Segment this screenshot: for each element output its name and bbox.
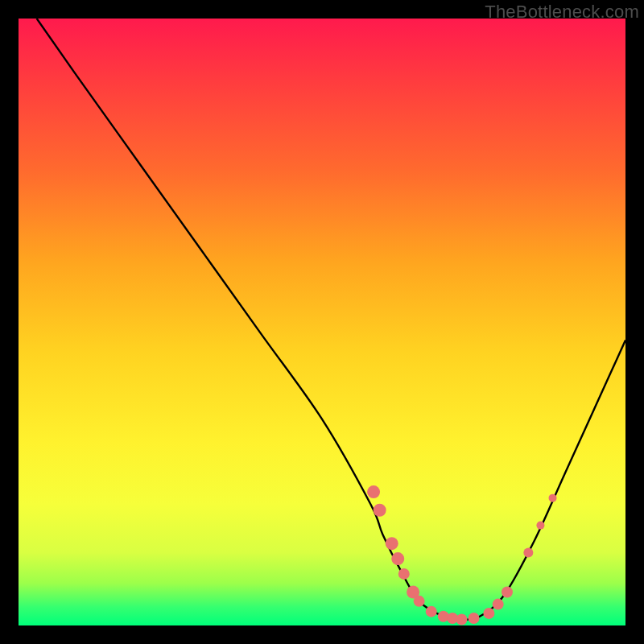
curve-marker — [426, 606, 437, 617]
curve-marker — [391, 552, 404, 565]
curve-marker — [398, 568, 410, 580]
curve-marker — [374, 504, 386, 517]
curve-marker — [456, 613, 467, 625]
curve-marker — [523, 548, 533, 558]
bottleneck-curve-path — [37, 19, 625, 620]
curve-marker — [386, 537, 398, 550]
curve-marker — [469, 613, 480, 624]
curve-marker — [367, 485, 380, 498]
bottleneck-curve-svg — [19, 19, 625, 625]
curve-marker — [536, 522, 544, 530]
chart-plot-area — [19, 19, 625, 625]
watermark-text: TheBottleneck.com — [485, 2, 639, 23]
curve-marker — [493, 599, 504, 610]
curve-markers — [367, 485, 556, 625]
curve-marker — [549, 494, 557, 502]
curve-marker — [414, 596, 425, 607]
curve-marker — [483, 608, 494, 619]
curve-marker — [502, 587, 513, 598]
